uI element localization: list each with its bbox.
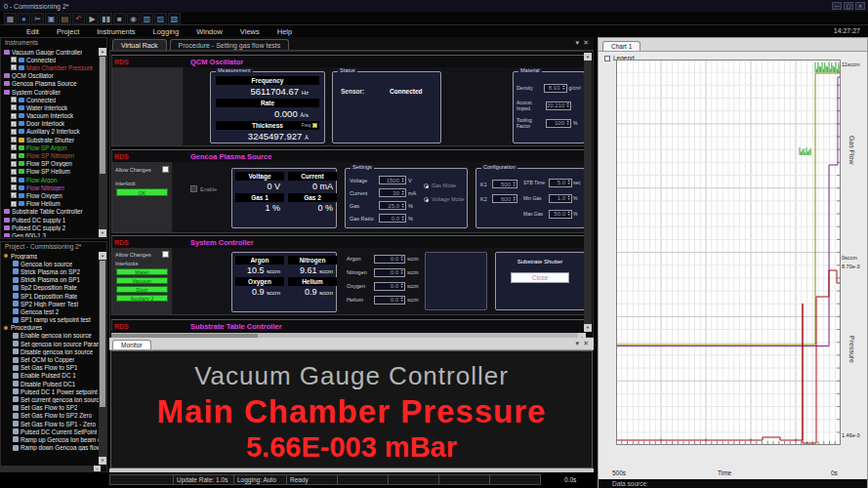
radio-icon[interactable] (424, 183, 429, 188)
tree-checkbox[interactable] (11, 57, 17, 62)
tree-row[interactable]: Flow Helium (1, 200, 99, 208)
procedure-row[interactable]: Ramp up Gencoa Ion beam current (1, 435, 99, 443)
settings-field[interactable]: 0.0 (379, 214, 406, 223)
pane-pin-icon[interactable]: ▾ (576, 340, 580, 347)
interlock-button[interactable]: Vacuum (116, 277, 168, 284)
tree-row[interactable]: Pulsed DC supply 1 (1, 216, 99, 224)
interlock-button[interactable]: Door (116, 286, 168, 293)
allow-changes-checkbox[interactable] (162, 251, 169, 258)
rack-vscrollbar[interactable]: ▲ ▼ (584, 53, 592, 332)
tab-procedure[interactable]: Procedure - Setting gas flow tests (170, 39, 290, 50)
menu-item[interactable]: Window (187, 27, 231, 36)
tree-checkbox[interactable] (11, 144, 17, 150)
toolbar-icon[interactable]: ✂ (31, 13, 44, 24)
scroll-down-icon[interactable]: ▼ (99, 229, 106, 237)
tree-checkbox[interactable] (11, 104, 17, 110)
tree-checkbox[interactable] (11, 192, 17, 198)
tree-row[interactable]: Door Interlock (1, 120, 99, 128)
toolbar-icon[interactable]: ▦ (4, 13, 17, 24)
program-row[interactable]: Sp2 Deposition Rate (1, 284, 99, 292)
tree-row[interactable]: Substrate Shutter (1, 136, 99, 143)
menu-item[interactable]: Logging (144, 27, 187, 36)
allow-changes-checkbox[interactable] (162, 166, 169, 173)
scroll-up-icon[interactable]: ▲ (584, 53, 592, 61)
tree-checkbox[interactable] (11, 113, 17, 119)
scroll-up-icon[interactable]: ▲ (99, 48, 106, 56)
radio-icon[interactable] (424, 197, 429, 202)
setpoint-field[interactable]: 0.0 (374, 282, 405, 291)
settings-field[interactable]: 25.0 (379, 201, 406, 210)
tree-checkbox[interactable] (11, 137, 17, 142)
toolbar-icon[interactable]: ▶ (86, 13, 99, 24)
minimize-button[interactable]: — (832, 2, 842, 10)
tree-row[interactable]: Flow Nitrogen (1, 183, 99, 191)
tree-row[interactable]: Gencoa Plasma Source (1, 80, 99, 88)
pane-close-icon[interactable]: ✕ (583, 39, 589, 47)
procedure-row[interactable]: Set Gas Flow to SP2 Zero (1, 412, 99, 420)
tree-row[interactable]: Main Chamber Pressure (1, 63, 99, 71)
interlock-ok-button[interactable]: OK (116, 188, 168, 196)
tab-virtual-rack[interactable]: Virtual Rack (112, 39, 167, 50)
scroll-down-icon[interactable]: ▼ (584, 324, 592, 332)
tree-row[interactable]: Auxiliary 2 Interlock (1, 128, 99, 136)
toolbar-icon[interactable]: ◉ (127, 13, 140, 24)
material-field[interactable]: 8.93 (544, 84, 567, 93)
setpoint-field[interactable]: 0.0 (374, 268, 405, 277)
instruments-scrollbar[interactable]: ▲ ▼ (99, 48, 106, 237)
programs-section[interactable]: Programs (1, 252, 99, 260)
tree-checkbox[interactable] (11, 169, 17, 175)
tree-row[interactable]: Flow SP Nitrogen (1, 151, 99, 159)
menu-item[interactable]: Views (231, 27, 269, 36)
pane-pin-icon[interactable]: ▾ (576, 39, 580, 47)
config-field[interactable]: 50.0 (549, 210, 572, 219)
program-row[interactable]: Gencoa Ion source (1, 260, 99, 267)
procedure-row[interactable]: Pulsed DC Current SetPoint (1, 427, 99, 435)
procedure-row[interactable]: Disable Pulsed DC1 (1, 380, 99, 387)
tree-checkbox[interactable] (11, 184, 17, 190)
settings-field[interactable]: 1500 (379, 176, 406, 184)
toolbar-icon[interactable]: ▧ (168, 13, 181, 24)
procedure-row[interactable]: Set Gas Flow to SP2 (1, 404, 99, 412)
toolbar-icon[interactable]: ▮▮ (100, 13, 112, 24)
tree-checkbox[interactable] (11, 177, 17, 183)
mode-radio-row[interactable]: Gas Mode (424, 179, 465, 192)
toolbar-icon[interactable]: ▨ (154, 13, 167, 24)
scroll-up-icon[interactable]: ▲ (99, 252, 106, 260)
program-row[interactable]: Strick Plasma on SP1 (1, 276, 99, 284)
tree-row[interactable]: Flow SP Oxygen (1, 160, 99, 168)
setpoint-field[interactable]: 0.0 (374, 296, 405, 305)
toolbar-icon[interactable]: ▣ (45, 13, 58, 24)
mode-radio-row[interactable]: Voltage Mode (424, 192, 465, 206)
tree-checkbox[interactable] (11, 201, 17, 207)
toolbar-icon[interactable]: ▥ (141, 13, 153, 24)
tree-row[interactable]: Vacuum Gauge Controller (1, 48, 99, 56)
program-row[interactable]: SP1 ramp vs setpoint test (1, 316, 99, 324)
procedure-row[interactable]: Enable gencoa ion source (1, 332, 99, 340)
pane-close-icon[interactable]: ✕ (583, 340, 589, 347)
program-row[interactable]: SP2 High Power Test (1, 300, 99, 307)
project-scrollbar[interactable]: ▲ ▼ (99, 252, 106, 465)
tree-row[interactable]: Connected (1, 96, 99, 103)
tree-row[interactable]: Flow SP Helium (1, 168, 99, 176)
tree-row[interactable]: Vacuum Interlock (1, 112, 99, 120)
settings-field[interactable]: 30 (379, 188, 406, 197)
tree-row[interactable]: Water Interlock (1, 103, 99, 111)
toolbar-icon[interactable]: ■ (113, 13, 126, 24)
interlock-button[interactable]: Auxilary 2 (116, 295, 168, 302)
tab-monitor[interactable]: Monitor (112, 340, 151, 349)
tree-row[interactable]: Substrate Table Controller (1, 208, 99, 216)
config-field[interactable]: 500 (492, 180, 517, 188)
tree-row[interactable]: Pulsed DC supply 2 (1, 224, 99, 231)
procedure-row[interactable]: Ramp down Gencoa gas flow (1, 444, 99, 452)
tree-checkbox[interactable] (11, 129, 17, 135)
close-button[interactable]: ✕ (855, 2, 865, 10)
tree-checkbox[interactable] (11, 97, 17, 102)
tree-checkbox[interactable] (11, 64, 17, 70)
setpoint-field[interactable]: 0.0 (374, 255, 405, 264)
tree-row[interactable]: Flow Oxygen (1, 191, 99, 199)
tree-row[interactable]: QCM Oscillator (1, 72, 99, 80)
procedure-row[interactable]: Disable gencoa ion source (1, 347, 99, 355)
menu-item[interactable]: Instruments (88, 27, 144, 36)
menu-item[interactable]: Edit (18, 27, 48, 36)
material-field[interactable]: 100 (546, 119, 571, 128)
